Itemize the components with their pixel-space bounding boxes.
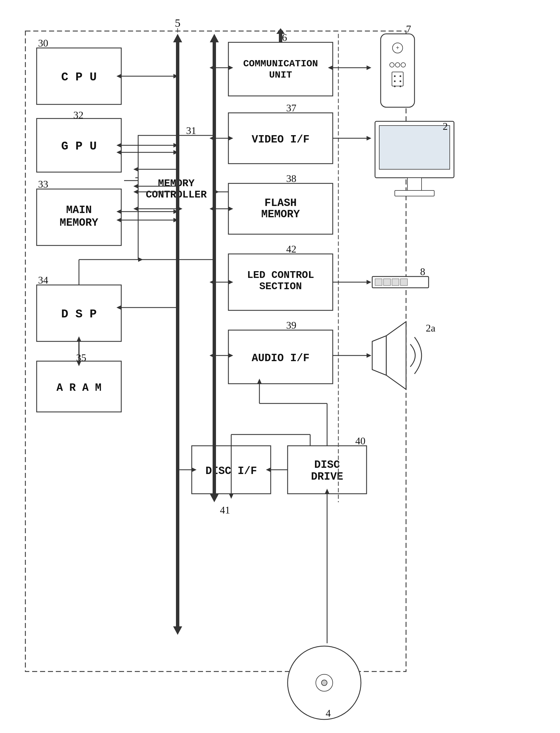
svg-text:MEMORY: MEMORY — [60, 217, 98, 229]
svg-text:34: 34 — [38, 274, 48, 286]
svg-text:38: 38 — [286, 173, 296, 184]
svg-point-126 — [395, 63, 400, 67]
svg-marker-91 — [133, 206, 138, 211]
svg-marker-75 — [210, 136, 214, 140]
svg-text:40: 40 — [355, 435, 365, 447]
svg-rect-136 — [375, 121, 454, 178]
svg-marker-147 — [372, 336, 386, 375]
svg-text:7: 7 — [406, 23, 411, 35]
svg-rect-2 — [37, 48, 121, 104]
svg-rect-26 — [228, 113, 333, 164]
svg-marker-48 — [173, 34, 182, 42]
svg-rect-144 — [392, 279, 399, 285]
diagram-container: 5 C P U 30 G P U 32 MAIN MEMORY 33 MEMOR… — [17, 11, 541, 722]
svg-text:VIDEO I/F: VIDEO I/F — [252, 133, 309, 146]
svg-marker-86 — [133, 167, 138, 171]
svg-text:MAIN: MAIN — [66, 204, 92, 216]
svg-marker-101 — [192, 468, 197, 472]
svg-marker-107 — [257, 379, 262, 384]
svg-text:8: 8 — [420, 266, 425, 277]
svg-rect-122 — [381, 34, 415, 107]
svg-marker-111 — [229, 494, 233, 499]
svg-text:41: 41 — [220, 505, 230, 516]
svg-point-127 — [401, 63, 405, 67]
svg-marker-51 — [173, 74, 178, 78]
svg-point-152 — [321, 680, 327, 686]
svg-marker-74 — [228, 136, 233, 140]
svg-rect-12 — [138, 135, 214, 259]
svg-text:MEMORY: MEMORY — [158, 178, 195, 189]
svg-text:37: 37 — [286, 102, 296, 114]
svg-marker-114 — [367, 65, 371, 70]
svg-text:A R A M: A R A M — [56, 382, 102, 394]
svg-point-134 — [400, 85, 401, 87]
svg-marker-61 — [116, 209, 121, 214]
svg-text:6: 6 — [282, 32, 287, 43]
svg-marker-81 — [210, 280, 214, 284]
svg-marker-55 — [116, 143, 121, 147]
svg-point-131 — [394, 80, 396, 82]
svg-rect-137 — [379, 125, 450, 169]
svg-rect-43 — [288, 446, 367, 494]
svg-text:2: 2 — [443, 121, 448, 132]
svg-marker-63 — [173, 218, 178, 222]
svg-text:C P U: C P U — [61, 71, 97, 84]
svg-text:32: 32 — [73, 109, 83, 121]
svg-marker-163 — [276, 28, 285, 34]
svg-rect-128 — [392, 72, 403, 86]
svg-rect-139 — [395, 190, 434, 196]
svg-text:SECTION: SECTION — [259, 281, 302, 292]
svg-text:COMMUNICATION: COMMUNICATION — [243, 58, 318, 69]
svg-point-130 — [400, 75, 401, 77]
svg-text:G P U: G P U — [61, 140, 97, 153]
svg-marker-72 — [210, 65, 214, 70]
svg-marker-58 — [116, 150, 121, 155]
svg-marker-68 — [210, 34, 219, 42]
svg-marker-83 — [228, 353, 233, 358]
svg-text:FLASH: FLASH — [264, 197, 297, 209]
svg-marker-78 — [210, 206, 214, 211]
svg-marker-90 — [178, 206, 182, 211]
svg-marker-160 — [214, 190, 219, 194]
svg-text:33: 33 — [38, 179, 48, 190]
svg-marker-64 — [116, 218, 121, 222]
svg-marker-94 — [138, 257, 143, 262]
svg-text:DISC I/F: DISC I/F — [206, 465, 257, 477]
svg-text:35: 35 — [76, 352, 86, 363]
svg-rect-0 — [25, 31, 406, 672]
svg-text:CONTROLLER: CONTROLLER — [146, 189, 207, 201]
svg-marker-159 — [133, 190, 138, 194]
svg-rect-145 — [400, 279, 407, 285]
svg-text:LED CONTROL: LED CONTROL — [247, 269, 314, 281]
svg-text:D S P: D S P — [61, 307, 97, 321]
svg-rect-33 — [228, 254, 333, 310]
svg-text:4: 4 — [326, 708, 331, 719]
svg-marker-117 — [367, 136, 371, 140]
svg-point-150 — [288, 646, 361, 719]
svg-point-123 — [393, 43, 403, 53]
svg-rect-143 — [383, 279, 391, 285]
svg-marker-49 — [173, 626, 182, 635]
svg-text:31: 31 — [186, 125, 196, 136]
svg-rect-29 — [228, 183, 333, 234]
svg-text:AUDIO I/F: AUDIO I/F — [252, 352, 309, 364]
svg-rect-16 — [37, 285, 121, 341]
svg-rect-8 — [37, 189, 121, 245]
svg-marker-77 — [228, 206, 233, 211]
ref-5: 5 — [175, 17, 180, 29]
svg-rect-5 — [37, 118, 121, 172]
svg-marker-60 — [173, 209, 178, 214]
svg-marker-103 — [266, 468, 271, 472]
svg-marker-99 — [77, 336, 81, 341]
svg-text:42: 42 — [286, 243, 296, 255]
svg-rect-19 — [37, 361, 121, 412]
svg-marker-84 — [210, 353, 214, 358]
svg-rect-138 — [407, 178, 422, 192]
svg-point-125 — [390, 63, 394, 67]
svg-marker-69 — [210, 494, 219, 502]
svg-rect-37 — [228, 330, 333, 384]
svg-point-129 — [394, 75, 396, 77]
svg-text:DISC: DISC — [314, 459, 340, 471]
svg-point-151 — [316, 674, 333, 691]
svg-marker-98 — [77, 361, 81, 366]
